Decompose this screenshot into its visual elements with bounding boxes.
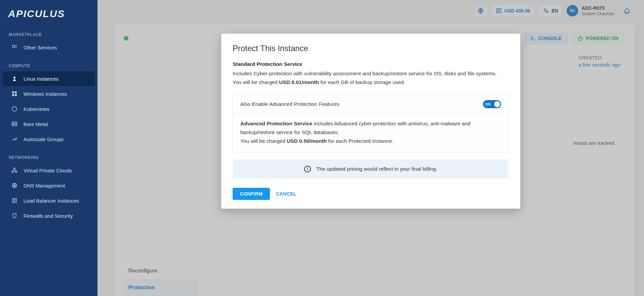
shield-icon <box>11 213 17 219</box>
section-compute: COMPUTE <box>0 60 97 71</box>
svg-rect-12 <box>12 122 17 123</box>
advanced-toggle-label: Also Enable Advanced Protection Features <box>240 101 339 107</box>
section-networking: NETWORKING <box>0 152 97 163</box>
svg-rect-1 <box>14 45 15 46</box>
svg-rect-16 <box>15 171 17 172</box>
svg-rect-10 <box>15 94 17 96</box>
svg-rect-4 <box>14 47 15 48</box>
section-marketplace: MARKETPLACE <box>0 29 97 40</box>
sps-line2-post: for each GB of backup storage used. <box>319 79 405 85</box>
grid-icon <box>11 44 17 50</box>
svg-rect-2 <box>15 45 16 46</box>
sidebar-item-label: Virtual Private Clouds <box>24 168 72 173</box>
aps-desc: Advanced Protection Service includes Adv… <box>240 119 501 146</box>
protect-instance-modal: Protect This Instance Standard Protectio… <box>221 34 520 209</box>
cancel-button[interactable]: CANCEL <box>276 191 296 197</box>
load-balancer-icon <box>11 198 17 204</box>
modal-title: Protect This Instance <box>233 44 509 53</box>
main-area: USD 439.36 EN SC ADC-R373 Surjeet Chauha… <box>97 0 644 296</box>
sidebar-item-label: Linux Instances <box>24 76 58 82</box>
autoscale-icon <box>11 136 17 142</box>
sidebar-item-windows-instances[interactable]: Windows Instances <box>3 86 95 101</box>
sidebar-item-autoscale-groups[interactable]: Autoscale Groups <box>3 132 95 146</box>
sidebar-item-bare-metal[interactable]: Bare Metal <box>3 117 95 131</box>
sidebar-item-label: Bare Metal <box>24 121 48 127</box>
sidebar-item-label: Windows Instances <box>24 91 67 97</box>
svg-rect-7 <box>12 91 14 93</box>
aps-line2-pre: You will be charged <box>240 138 287 144</box>
svg-rect-15 <box>12 171 13 172</box>
confirm-button[interactable]: CONFIRM <box>233 188 270 200</box>
server-icon <box>11 121 17 127</box>
sidebar-item-dns[interactable]: DNS Management <box>3 178 95 193</box>
svg-rect-5 <box>15 47 16 48</box>
sps-line2-pre: You will be charged <box>233 79 279 85</box>
pricing-info-bar: i The updated pricing would reflect in y… <box>233 160 509 178</box>
svg-point-6 <box>13 77 15 79</box>
sidebar-item-firewalls[interactable]: Firewalls and Security <box>3 208 95 223</box>
svg-marker-11 <box>12 107 17 111</box>
sps-desc: Includes Cyber-protection with vulnerabi… <box>233 69 509 87</box>
sidebar-item-label: Kubernetes <box>24 106 49 112</box>
advanced-box: Also Enable Advanced Protection Features… <box>233 94 509 153</box>
sidebar-item-label: Load Balancer Instances <box>24 198 79 204</box>
sidebar-item-label: Other Services <box>24 45 57 50</box>
toggle-state: ON <box>485 102 491 106</box>
modal-overlay: Protect This Instance Standard Protectio… <box>97 0 644 296</box>
advanced-toggle[interactable]: ON <box>483 100 501 108</box>
aps-line2-post: for each Protected Instance. <box>327 138 393 144</box>
sidebar-item-label: Firewalls and Security <box>24 213 73 219</box>
sps-line1: Includes Cyber-protection with vulnerabi… <box>233 71 497 76</box>
sidebar-item-other-services[interactable]: Other Services <box>3 40 95 55</box>
network-icon <box>11 167 17 173</box>
sps-line2-bold: USD 0.01/month <box>279 79 319 85</box>
info-icon: i <box>304 166 311 172</box>
sidebar: APICULUS MARKETPLACE Other Services COMP… <box>0 0 97 296</box>
sidebar-item-label: DNS Management <box>24 183 65 188</box>
windows-icon <box>11 91 17 97</box>
kubernetes-icon <box>11 106 17 112</box>
sidebar-item-kubernetes[interactable]: Kubernetes <box>3 101 95 116</box>
svg-rect-8 <box>15 91 17 93</box>
sidebar-item-load-balancers[interactable]: Load Balancer Instances <box>3 193 95 208</box>
svg-rect-3 <box>12 47 13 48</box>
toggle-knob-icon <box>494 101 500 107</box>
brand-text: APICULUS <box>8 8 89 19</box>
brand-logo: APICULUS <box>0 5 97 29</box>
sidebar-item-label: Autoscale Groups <box>24 136 64 142</box>
sidebar-item-vpc[interactable]: Virtual Private Clouds <box>3 163 95 178</box>
globe-icon <box>11 182 17 188</box>
svg-rect-13 <box>12 124 17 126</box>
linux-icon <box>11 76 17 82</box>
sidebar-item-linux-instances[interactable]: Linux Instances <box>3 71 95 86</box>
svg-rect-14 <box>14 168 15 169</box>
aps-line2-bold: USD 0.50/month <box>287 138 327 144</box>
svg-rect-9 <box>12 94 14 96</box>
svg-rect-0 <box>12 45 13 46</box>
aps-title: Advanced Protection Service <box>240 121 313 126</box>
sps-title: Standard Protection Service <box>233 61 509 67</box>
info-text: The updated pricing would reflect in you… <box>316 166 437 172</box>
